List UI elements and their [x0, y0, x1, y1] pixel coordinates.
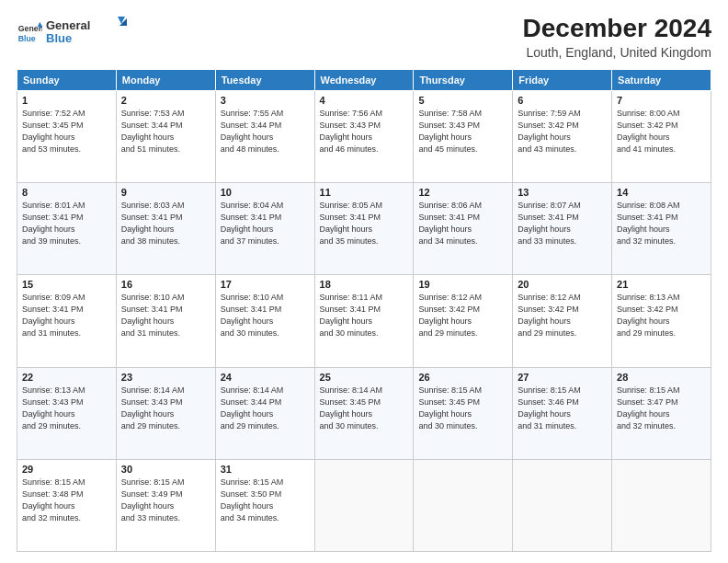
day-info: Sunrise: 8:14 AM Sunset: 3:44 PM Dayligh…	[221, 385, 310, 432]
calendar-cell	[612, 459, 711, 551]
calendar-cell: 11 Sunrise: 8:05 AM Sunset: 3:41 PM Dayl…	[314, 183, 414, 275]
day-info: Sunrise: 8:14 AM Sunset: 3:45 PM Dayligh…	[320, 385, 409, 432]
calendar-cell: 19 Sunrise: 8:12 AM Sunset: 3:42 PM Dayl…	[414, 275, 513, 367]
calendar-day-header: Monday	[116, 69, 215, 90]
day-number: 16	[121, 279, 210, 290]
day-info: Sunrise: 8:15 AM Sunset: 3:49 PM Dayligh…	[121, 477, 210, 524]
day-number: 22	[22, 372, 111, 383]
day-info: Sunrise: 8:12 AM Sunset: 3:42 PM Dayligh…	[418, 292, 507, 339]
day-info: Sunrise: 7:58 AM Sunset: 3:43 PM Dayligh…	[418, 108, 507, 155]
logo-graphic: General Blue	[46, 15, 129, 48]
svg-text:General: General	[46, 18, 90, 32]
day-number: 23	[121, 372, 210, 383]
calendar-cell: 13 Sunrise: 8:07 AM Sunset: 3:41 PM Dayl…	[513, 183, 612, 275]
logo-icon: General Blue	[17, 20, 42, 46]
calendar-cell: 5 Sunrise: 7:58 AM Sunset: 3:43 PM Dayli…	[414, 90, 513, 182]
calendar-cell: 7 Sunrise: 8:00 AM Sunset: 3:42 PM Dayli…	[612, 90, 711, 182]
calendar-table: SundayMondayTuesdayWednesdayThursdayFrid…	[17, 69, 711, 552]
calendar-cell: 28 Sunrise: 8:15 AM Sunset: 3:47 PM Dayl…	[612, 367, 711, 459]
day-number: 7	[617, 95, 706, 106]
calendar-cell: 3 Sunrise: 7:55 AM Sunset: 3:44 PM Dayli…	[215, 90, 314, 182]
calendar-week-row: 29 Sunrise: 8:15 AM Sunset: 3:48 PM Dayl…	[17, 459, 711, 551]
calendar-cell: 27 Sunrise: 8:15 AM Sunset: 3:46 PM Dayl…	[513, 367, 612, 459]
day-info: Sunrise: 8:15 AM Sunset: 3:47 PM Dayligh…	[617, 385, 706, 432]
calendar-cell: 2 Sunrise: 7:53 AM Sunset: 3:44 PM Dayli…	[116, 90, 215, 182]
day-info: Sunrise: 7:56 AM Sunset: 3:43 PM Dayligh…	[320, 108, 409, 155]
day-number: 14	[617, 187, 706, 198]
calendar-day-header: Friday	[513, 69, 612, 90]
day-number: 5	[418, 95, 507, 106]
day-number: 3	[221, 95, 310, 106]
calendar-cell: 8 Sunrise: 8:01 AM Sunset: 3:41 PM Dayli…	[17, 183, 117, 275]
calendar-day-header: Saturday	[612, 69, 711, 90]
day-number: 17	[221, 279, 310, 290]
calendar-week-row: 8 Sunrise: 8:01 AM Sunset: 3:41 PM Dayli…	[17, 183, 711, 275]
calendar-day-header: Tuesday	[215, 69, 314, 90]
day-info: Sunrise: 8:14 AM Sunset: 3:43 PM Dayligh…	[121, 385, 210, 432]
day-info: Sunrise: 8:13 AM Sunset: 3:42 PM Dayligh…	[617, 292, 706, 339]
calendar-cell: 23 Sunrise: 8:14 AM Sunset: 3:43 PM Dayl…	[116, 367, 215, 459]
calendar-cell	[314, 459, 414, 551]
calendar-cell: 18 Sunrise: 8:11 AM Sunset: 3:41 PM Dayl…	[314, 275, 414, 367]
calendar-week-row: 15 Sunrise: 8:09 AM Sunset: 3:41 PM Dayl…	[17, 275, 711, 367]
day-number: 12	[418, 187, 507, 198]
calendar-cell: 6 Sunrise: 7:59 AM Sunset: 3:42 PM Dayli…	[513, 90, 612, 182]
day-number: 27	[518, 372, 607, 383]
calendar-cell: 29 Sunrise: 8:15 AM Sunset: 3:48 PM Dayl…	[17, 459, 117, 551]
calendar-cell: 9 Sunrise: 8:03 AM Sunset: 3:41 PM Dayli…	[116, 183, 215, 275]
svg-text:Blue: Blue	[18, 34, 36, 43]
day-number: 29	[22, 464, 111, 475]
day-info: Sunrise: 7:59 AM Sunset: 3:42 PM Dayligh…	[518, 108, 607, 155]
day-info: Sunrise: 7:55 AM Sunset: 3:44 PM Dayligh…	[221, 108, 310, 155]
calendar-cell: 10 Sunrise: 8:04 AM Sunset: 3:41 PM Dayl…	[215, 183, 314, 275]
day-info: Sunrise: 8:05 AM Sunset: 3:41 PM Dayligh…	[320, 200, 409, 247]
day-info: Sunrise: 8:15 AM Sunset: 3:50 PM Dayligh…	[221, 477, 310, 524]
calendar-cell: 26 Sunrise: 8:15 AM Sunset: 3:45 PM Dayl…	[414, 367, 513, 459]
calendar-cell	[414, 459, 513, 551]
calendar-cell: 25 Sunrise: 8:14 AM Sunset: 3:45 PM Dayl…	[314, 367, 414, 459]
day-number: 28	[617, 372, 706, 383]
day-number: 8	[22, 187, 111, 198]
day-number: 21	[617, 279, 706, 290]
calendar-cell: 31 Sunrise: 8:15 AM Sunset: 3:50 PM Dayl…	[215, 459, 314, 551]
day-info: Sunrise: 8:11 AM Sunset: 3:41 PM Dayligh…	[320, 292, 409, 339]
day-number: 19	[418, 279, 507, 290]
main-title: December 2024	[523, 15, 711, 43]
day-info: Sunrise: 8:04 AM Sunset: 3:41 PM Dayligh…	[221, 200, 310, 247]
page: General Blue General Blue December 2024 …	[0, 0, 728, 563]
calendar-day-header: Sunday	[17, 69, 117, 90]
calendar-cell	[513, 459, 612, 551]
day-info: Sunrise: 8:03 AM Sunset: 3:41 PM Dayligh…	[121, 200, 210, 247]
calendar-cell: 1 Sunrise: 7:52 AM Sunset: 3:45 PM Dayli…	[17, 90, 117, 182]
day-info: Sunrise: 8:07 AM Sunset: 3:41 PM Dayligh…	[518, 200, 607, 247]
day-number: 18	[320, 279, 409, 290]
calendar-week-row: 22 Sunrise: 8:13 AM Sunset: 3:43 PM Dayl…	[17, 367, 711, 459]
day-number: 20	[518, 279, 607, 290]
calendar-cell: 17 Sunrise: 8:10 AM Sunset: 3:41 PM Dayl…	[215, 275, 314, 367]
day-info: Sunrise: 8:12 AM Sunset: 3:42 PM Dayligh…	[518, 292, 607, 339]
day-info: Sunrise: 7:53 AM Sunset: 3:44 PM Dayligh…	[121, 108, 210, 155]
day-info: Sunrise: 8:15 AM Sunset: 3:45 PM Dayligh…	[418, 385, 507, 432]
day-info: Sunrise: 8:01 AM Sunset: 3:41 PM Dayligh…	[22, 200, 111, 247]
day-number: 15	[22, 279, 111, 290]
day-info: Sunrise: 8:13 AM Sunset: 3:43 PM Dayligh…	[22, 385, 111, 432]
day-info: Sunrise: 8:15 AM Sunset: 3:46 PM Dayligh…	[518, 385, 607, 432]
calendar-week-row: 1 Sunrise: 7:52 AM Sunset: 3:45 PM Dayli…	[17, 90, 711, 182]
header: General Blue General Blue December 2024 …	[17, 15, 711, 60]
svg-text:Blue: Blue	[46, 31, 72, 45]
calendar-day-header: Wednesday	[314, 69, 414, 90]
day-number: 6	[518, 95, 607, 106]
day-number: 9	[121, 187, 210, 198]
calendar-cell: 16 Sunrise: 8:10 AM Sunset: 3:41 PM Dayl…	[116, 275, 215, 367]
day-info: Sunrise: 8:15 AM Sunset: 3:48 PM Dayligh…	[22, 477, 111, 524]
day-number: 13	[518, 187, 607, 198]
calendar-cell: 20 Sunrise: 8:12 AM Sunset: 3:42 PM Dayl…	[513, 275, 612, 367]
calendar-cell: 30 Sunrise: 8:15 AM Sunset: 3:49 PM Dayl…	[116, 459, 215, 551]
day-number: 25	[320, 372, 409, 383]
calendar-header-row: SundayMondayTuesdayWednesdayThursdayFrid…	[17, 69, 711, 90]
day-info: Sunrise: 8:08 AM Sunset: 3:41 PM Dayligh…	[617, 200, 706, 247]
calendar-cell: 14 Sunrise: 8:08 AM Sunset: 3:41 PM Dayl…	[612, 183, 711, 275]
day-number: 26	[418, 372, 507, 383]
day-number: 10	[221, 187, 310, 198]
day-number: 11	[320, 187, 409, 198]
